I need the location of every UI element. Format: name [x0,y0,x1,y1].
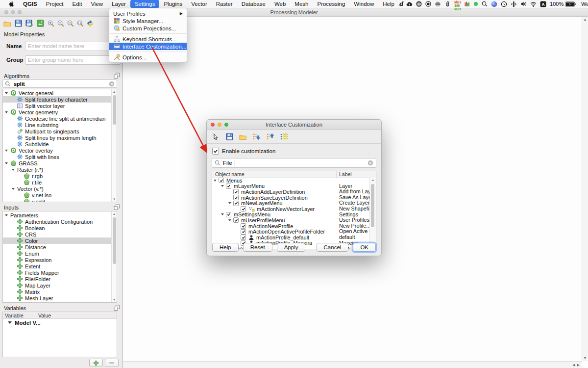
tree-item-subdivide[interactable]: Subdivide [3,141,111,147]
wifi-icon[interactable] [530,1,537,7]
close-icon[interactable] [211,123,215,127]
tree-item-vector-geometry[interactable]: Vector geometry [3,109,111,115]
python-icon[interactable] [87,20,94,27]
help-button[interactable]: Help [212,243,239,252]
tree-item-vector-overlay[interactable]: Vector overlay [3,147,111,154]
expander-icon[interactable] [12,188,15,190]
tree-item-matrix[interactable]: Matrix [3,289,111,295]
zoom-actual-icon[interactable]: 1:1 [67,20,74,26]
menubar-item-settings[interactable]: Settings [130,0,160,8]
zoom-window-icon[interactable] [224,123,228,127]
item-checkbox[interactable] [241,235,246,240]
export-image-icon[interactable] [37,20,44,27]
tree-item-split-lines-by-maximum-length[interactable]: Split lines by maximum length [3,134,111,141]
save-customization-icon[interactable] [226,133,233,140]
settings-menu-item-keyboard-shortcuts[interactable]: Keyboard Shortcuts... [109,35,187,43]
menubar-item-help[interactable]: Help [378,0,399,8]
tree-item-r-tile[interactable]: r.tile [3,179,111,185]
expander-icon[interactable] [221,185,224,187]
item-checkbox[interactable] [241,206,246,211]
printer-icon[interactable] [435,1,441,7]
tree-item-enum[interactable]: Enum [3,250,111,257]
customization-item-mActionAddLayerDefinition[interactable]: mActionAddLayerDefinitionAdd from Laye..… [212,189,370,195]
save-model-icon[interactable] [15,20,22,27]
d-icon[interactable]: d [399,0,403,7]
clear-icon[interactable] [368,160,373,166]
detach-icon[interactable] [114,305,120,311]
display-arrows-icon[interactable] [511,1,517,7]
tree-item-r-rgb[interactable]: r.rgb [3,173,111,179]
menubar-item-window[interactable]: Window [349,0,378,8]
apple-menu[interactable] [5,0,19,7]
item-checkbox[interactable] [233,217,239,223]
customization-item-mNewLayerMenu[interactable]: mNewLayerMenuCreate Layer [212,200,370,206]
menubar-clock[interactable]: Wed 23:22 [581,1,588,7]
expander-icon[interactable] [221,213,224,215]
menubar-item-project[interactable]: Project [42,0,68,8]
algorithm-search-input[interactable] [13,80,107,87]
paperclip-icon[interactable] [444,1,451,7]
item-checkbox[interactable] [241,223,246,229]
clear-icon[interactable] [109,81,115,87]
expander-icon[interactable] [5,214,8,216]
tree-item-file-folder[interactable]: File/Folder [3,276,111,282]
expander-icon[interactable] [5,162,8,164]
canvas-vertical-scrollbar[interactable]: ▲▼ [582,16,588,361]
settings-menu-item-custom-projections[interactable]: Custom Projections... [109,25,187,32]
window-traffic-lights[interactable] [4,10,22,14]
ok-button[interactable]: OK [353,243,376,252]
detach-icon[interactable] [114,73,120,79]
add-variable-button[interactable] [89,359,103,367]
zoom-full-icon[interactable] [77,20,83,26]
item-checkbox[interactable] [233,195,239,200]
reset-button[interactable]: Reset [243,243,272,252]
expand-all-icon[interactable] [253,133,261,140]
variables-row-model[interactable]: Model V... [3,319,117,326]
menubar-item-vector[interactable]: Vector [187,0,212,8]
siri-icon[interactable] [491,1,497,7]
tree-item-vector-general[interactable]: Vector general [3,90,111,96]
spotlight-search-icon[interactable] [482,1,488,7]
collapse-all-icon[interactable] [267,133,274,140]
dialog-search-box[interactable]: File [212,158,376,168]
item-checkbox[interactable] [219,178,224,183]
menubar-item-processing[interactable]: Processing [313,0,349,8]
expander-icon[interactable] [5,150,8,152]
remove-variable-button[interactable] [105,359,119,367]
tree-item-expression[interactable]: Expression [3,257,111,263]
open-model-icon[interactable] [3,20,11,27]
tree-item-multipart-to-singleparts[interactable]: Multipart to singleparts [3,128,111,134]
battery-indicator[interactable]: 100% [550,1,577,7]
tree-item-extent[interactable]: Extent [3,263,111,269]
algorithms-tree-scrollbar[interactable]: ▲▼ [111,89,117,202]
tree-item-mesh-layer[interactable]: Mesh Layer [3,295,111,301]
model-name-input[interactable] [25,42,121,51]
menubar-item-plugins[interactable]: Plugins [159,0,187,8]
menubar-item-raster[interactable]: Raster [212,0,237,8]
zoom-out-icon[interactable] [57,20,64,26]
apply-button[interactable]: Apply [277,243,306,252]
dialog-traffic-lights[interactable] [211,123,228,127]
record-icon[interactable] [425,1,431,7]
tree-item-authentication-configuration[interactable]: Authentication Configuration [3,218,111,225]
item-checkbox[interactable] [241,229,246,235]
tree-item-distance[interactable]: Distance [3,244,111,250]
item-checkbox[interactable] [226,212,231,217]
item-checkbox[interactable] [233,189,239,194]
tree-item-vector-v-[interactable]: Vector (v.*) [3,185,111,192]
open-customization-icon[interactable] [239,133,247,140]
enable-customization-checkbox[interactable] [212,148,219,155]
menubar-item-mesh[interactable]: Mesh [290,0,313,8]
expander-icon[interactable] [5,92,8,94]
menubar-item-edit[interactable]: Edit [68,0,87,8]
tree-item-boolean[interactable]: Boolean [3,225,111,231]
settings-menu-item-interface-customization[interactable]: Interface Customization... [109,43,187,50]
tree-item-geodesic-line-split-at-antimeridian[interactable]: Geodesic line split at antimeridian [3,115,111,122]
zoom-in-icon[interactable] [48,20,54,26]
tree-item-map-layer[interactable]: Map Layer [3,282,111,289]
inputs-tree-scrollbar[interactable]: ▲▼ [111,211,117,302]
tree-item-v-split[interactable]: v.split [3,198,111,202]
menubar-item-layer[interactable]: Layer [107,0,130,8]
tree-item-v-net-iso[interactable]: v.net.iso [3,192,111,198]
tree-item-multiple-input[interactable]: Multiple Input [3,301,111,303]
